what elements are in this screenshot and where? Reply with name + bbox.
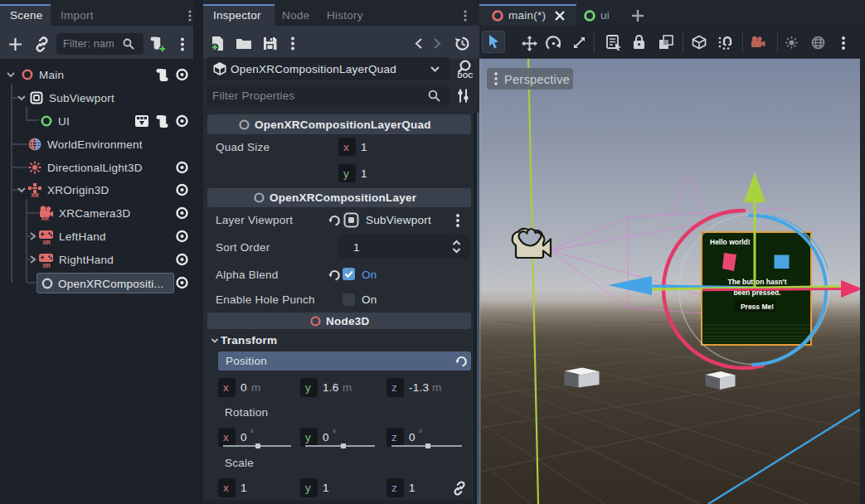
svg-text:Press Me!: Press Me!	[741, 303, 774, 311]
svg-text:The button hasn't: The button hasn't	[728, 278, 787, 286]
svg-text:XR: XR	[31, 192, 39, 198]
svg-text:DOC: DOC	[458, 71, 474, 80]
svg-text:Perspective: Perspective	[504, 73, 570, 86]
svg-text:XR: XR	[42, 240, 51, 245]
svg-text:XR: XR	[42, 263, 51, 269]
svg-text:Hello world!: Hello world!	[710, 238, 751, 246]
svg-text:XR: XR	[41, 216, 49, 221]
